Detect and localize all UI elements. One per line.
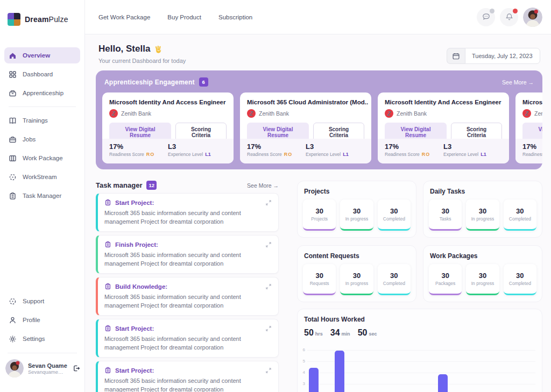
- stat-label: Packages: [435, 281, 455, 286]
- task-description: Microsoft 365 basic information security…: [104, 251, 272, 268]
- hours-bar: [438, 374, 448, 392]
- experience-level-value: L3: [168, 142, 227, 151]
- task-clipboard-icon: [104, 241, 111, 248]
- sidebar-item-workstream[interactable]: WorkStream: [4, 169, 80, 185]
- sidebar-item-overview[interactable]: Overview: [4, 47, 80, 63]
- readiness-score-value: 17%: [385, 142, 443, 151]
- sidebar-item-label: Apprenticeship: [23, 90, 63, 96]
- stat-value: 30: [516, 207, 524, 215]
- engagement-see-more[interactable]: See More →: [502, 79, 534, 85]
- task-clipboard-icon: [104, 199, 111, 206]
- task-card[interactable]: Start Project: Microsoft 365 basic infor…: [96, 319, 279, 358]
- experience-level-label: Experience Level: [168, 152, 203, 157]
- engagement-count-badge: 6: [199, 77, 208, 87]
- stat-card: 30Projects: [303, 199, 336, 231]
- task-card[interactable]: Finish Project: Microsoft 365 basic info…: [96, 235, 279, 274]
- page-title: Hello, Stella: [98, 44, 163, 54]
- topbar-avatar[interactable]: [523, 8, 542, 27]
- sidebar-item-support[interactable]: Support: [4, 293, 80, 309]
- user-meta: Sevan Quame Sevanquame@g...: [28, 362, 68, 375]
- sidebar-item-dashboard[interactable]: Dashboard: [4, 66, 80, 82]
- task-card[interactable]: Start Project: Microsoft 365 basic infor…: [96, 193, 279, 232]
- sidebar-item-apprenticeship[interactable]: Apprenticeship: [4, 85, 80, 101]
- task-description: Microsoft 365 basic information security…: [104, 335, 272, 352]
- banner-header: Apprenticeship Engagement 6 See More →: [96, 70, 542, 87]
- gear-icon: [9, 335, 17, 343]
- y-axis-tick: 5: [300, 359, 305, 364]
- sidebar-item-label: Trainings: [23, 117, 48, 124]
- stat-card: 30Tasks: [429, 199, 462, 231]
- task-title: Start Project:: [115, 367, 154, 374]
- topnav-buy-product[interactable]: Buy Product: [167, 14, 201, 20]
- stat-card: 30In progress: [466, 264, 499, 295]
- card-stats: 17% Readiness ScoreRO L3 Experience Leve…: [102, 139, 234, 163]
- minutes-unit: min: [342, 331, 350, 337]
- sidebar-item-label: Dashboard: [23, 71, 53, 77]
- stat-label: In progress: [471, 216, 495, 222]
- task-description: Microsoft 365 basic information security…: [104, 209, 272, 226]
- page-subtitle: Your current Dashboard for today: [98, 58, 186, 64]
- seconds-value: 50: [358, 328, 368, 338]
- sidebar-item-task-manager[interactable]: Task Manager: [4, 188, 80, 204]
- sidebar-user[interactable]: Sevan Quame Sevanquame@g...: [5, 359, 80, 377]
- stat-label: Projects: [311, 216, 328, 222]
- task-card[interactable]: Start Project: Microsoft 365 basic infor…: [96, 361, 279, 392]
- company-name: Zenith Bank: [259, 110, 289, 117]
- expand-icon[interactable]: [265, 325, 272, 332]
- topnav-subscription[interactable]: Subscription: [218, 14, 252, 20]
- brand-logo-icon: [8, 13, 20, 26]
- sidebar-item-work-package[interactable]: Work Package: [4, 150, 80, 166]
- date-picker[interactable]: Tuesday, July 12, 2023: [447, 48, 540, 64]
- user-icon: [9, 316, 17, 324]
- sidebar-item-label: Work Package: [23, 155, 63, 161]
- support-icon: [9, 297, 17, 305]
- task-card[interactable]: Build Knowledge: Microsoft 365 basic inf…: [96, 277, 279, 316]
- messages-button[interactable]: [477, 8, 495, 26]
- sidebar-item-trainings[interactable]: Trainings: [4, 112, 80, 129]
- stat-value: 30: [479, 207, 486, 215]
- brand-logo[interactable]: DreamPulze: [8, 13, 68, 26]
- panel-title: Projects: [303, 187, 411, 195]
- sidebar-item-profile[interactable]: Profile: [4, 312, 80, 328]
- expand-icon[interactable]: [265, 367, 272, 374]
- experience-level-label: Experience Level: [306, 152, 341, 157]
- y-axis-tick: 3: [300, 381, 305, 386]
- hours-bar-chart: 6543: [300, 345, 535, 392]
- company-row: ZZenith Bank: [102, 105, 234, 118]
- sidebar-nav: Overview Dashboard Apprenticeship Traini…: [4, 47, 80, 206]
- engagement-cards: Microsoft Identity And Access Engineer Z…: [102, 92, 542, 163]
- sidebar-item-settings[interactable]: Settings: [4, 331, 80, 347]
- stat-label: Completed: [509, 216, 531, 222]
- top-navigation: Get Work Package Buy Product Subscriptio…: [98, 14, 252, 20]
- expand-icon[interactable]: [265, 241, 272, 248]
- y-axis-tick: 4: [300, 370, 305, 375]
- total-hours-title: Total Hours Worked: [303, 315, 536, 323]
- stat-card: 30In progress: [466, 199, 499, 231]
- sidebar-divider: [9, 106, 76, 107]
- zenith-bank-logo: Z: [247, 109, 256, 118]
- avatar: [5, 359, 24, 377]
- stat-card: 30In progress: [340, 199, 373, 231]
- role-title: Microsoft 365 Cloud Administrator (Mod..: [240, 92, 371, 105]
- notifications-button[interactable]: [500, 8, 518, 26]
- topnav-get-work-package[interactable]: Get Work Package: [98, 14, 150, 20]
- sidebar-item-label: WorkStream: [23, 174, 57, 180]
- readiness-score-value: 17%: [109, 142, 168, 151]
- sidebar: DreamPulze Overview Dashboard Apprentice…: [0, 0, 85, 392]
- task-manager-see-more[interactable]: See More →: [247, 182, 279, 189]
- expand-icon[interactable]: [265, 199, 272, 206]
- task-title: Start Project:: [115, 325, 154, 332]
- card-stats: 17% Readiness ScoreRO L3 Experience Leve…: [240, 139, 371, 163]
- logout-icon[interactable]: [73, 365, 80, 372]
- topbar: Get Work Package Buy Product Subscriptio…: [85, 0, 551, 34]
- minutes-value: 34: [330, 328, 340, 338]
- role-title: Microsoft Identity And Access Engineer: [378, 92, 509, 105]
- daily-tasks-panel: Daily Tasks 30Tasks 30In progress 30Comp…: [423, 181, 542, 238]
- role-title: Microsoft Identity And Access Engineer: [515, 92, 542, 105]
- readiness-score-value: 17%: [522, 142, 542, 151]
- expand-icon[interactable]: [265, 283, 272, 290]
- sidebar-item-jobs[interactable]: Jobs: [4, 131, 80, 147]
- sidebar-item-label: Overview: [23, 52, 50, 59]
- stat-value: 30: [441, 207, 449, 215]
- engagement-card: Microsoft Identity And Access Engineer Z…: [515, 92, 542, 163]
